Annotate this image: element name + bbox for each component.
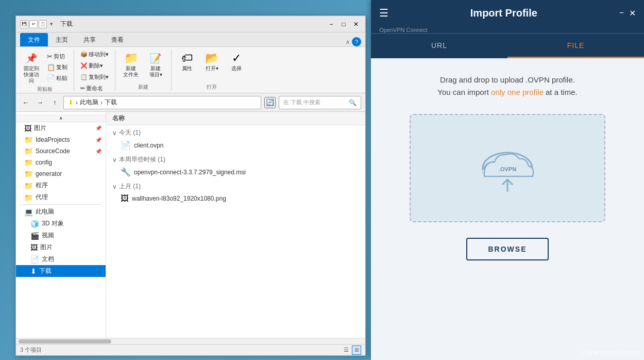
pictures-icon: 🖼	[30, 243, 38, 252]
openvpn-title: Import Profile	[388, 7, 619, 19]
section-today[interactable]: ∨ 今天 (1)	[106, 125, 365, 138]
search-bar[interactable]: 在 下载 中搜索 🔍	[279, 96, 361, 109]
pin-to-quick-access[interactable]: 📌 固定到快速访问	[20, 50, 43, 86]
tab-url[interactable]: URL	[371, 34, 507, 58]
docs-label: 文档	[42, 255, 54, 264]
close-button[interactable]: ✕	[351, 19, 361, 29]
downloads-icon: ⬇	[30, 267, 37, 275]
paste-button[interactable]: 📄 粘贴	[45, 73, 70, 83]
downloads-label: 下载	[39, 267, 52, 275]
rename-button[interactable]: ✏ 重命名	[78, 84, 111, 93]
sidebar-item-videos[interactable]: 🎬 视频	[16, 230, 106, 241]
new-item-button[interactable]: 📝 新建项目▾	[144, 50, 167, 79]
forward-button[interactable]: →	[35, 97, 46, 108]
file-drop-zone[interactable]: .OVPN	[410, 114, 605, 222]
section-this-week[interactable]: ∨ 本周早些时候 (1)	[106, 152, 365, 165]
lastmonth-label: 上月 (1)	[119, 182, 141, 191]
new-item-icon: 📝	[148, 51, 163, 66]
generator-label: generator	[36, 170, 62, 177]
description-part1: You can import	[437, 88, 491, 96]
scrollbar-thumb[interactable]	[19, 339, 111, 343]
scroll-up[interactable]: ∧	[16, 114, 106, 122]
delete-label: 删除▾	[89, 62, 103, 70]
rename-label: 重命名	[86, 85, 103, 92]
sidebar-item-config[interactable]: 📁 config	[16, 157, 106, 168]
pictures-label: 图片	[40, 243, 53, 252]
copyto-icon: 📋	[80, 74, 88, 80]
thispc-icon: 💻	[24, 208, 33, 216]
back-button[interactable]: ←	[20, 97, 31, 108]
openvpn-content: Drag and drop to upload .OVPN profile. Y…	[371, 58, 644, 360]
ovpn-file-icon: 📄	[121, 140, 131, 150]
horizontal-scrollbar[interactable]	[16, 338, 365, 344]
msi-filename: openvpn-connect-3.3.7.2979_signed.msi	[134, 169, 359, 176]
proxy-icon: 📁	[24, 193, 33, 202]
copy-icon: 📋	[47, 63, 55, 71]
msi-file-icon: 🔧	[121, 167, 131, 177]
openvpn-minimize-button[interactable]: −	[619, 8, 624, 18]
hamburger-menu-icon[interactable]: ☰	[379, 7, 388, 19]
help-button[interactable]: ?	[352, 37, 361, 46]
new-folder-button[interactable]: 📁 新建文件夹	[120, 50, 142, 79]
config-label: config	[36, 159, 52, 166]
move-to-button[interactable]: 📦 移动到▾	[78, 50, 111, 59]
save-button[interactable]: 💾	[20, 20, 28, 28]
tab-file[interactable]: 文件	[20, 33, 48, 46]
up-button[interactable]: ↑	[49, 97, 60, 108]
delete-button[interactable]: ❌ 删除▾	[78, 61, 111, 71]
address-bar[interactable]: ⬇ › 此电脑 › 下载	[63, 96, 261, 109]
browse-button[interactable]: BROWSE	[466, 238, 549, 260]
sidebar-item-3dobjects[interactable]: 🧊 3D 对象	[16, 218, 106, 230]
tab-share[interactable]: 共享	[76, 33, 104, 46]
file-row-client-ovpn[interactable]: 📄 client.ovpn	[106, 138, 365, 152]
sidebar-item-ideaprojects[interactable]: 📁 IdeaProjects 📌	[16, 134, 106, 145]
tab-home[interactable]: 主页	[48, 33, 76, 46]
title-dropdown[interactable]: ▾	[50, 21, 53, 27]
title-bar-left: 💾 ↩ 📋 ▾ 下载	[20, 20, 73, 28]
sidebar-item-proxy[interactable]: 📁 代理	[16, 191, 106, 203]
open-label: 打开▾	[206, 66, 218, 72]
sidebar-item-sourcecode[interactable]: 📁 SourceCode 📌	[16, 145, 106, 157]
file-row-openvpn-msi[interactable]: 🔧 openvpn-connect-3.3.7.2979_signed.msi	[106, 165, 365, 179]
refresh-button[interactable]: 🔄	[264, 97, 276, 108]
today-label: 今天 (1)	[119, 128, 141, 137]
sidebar-item-docs[interactable]: 📄 文档	[16, 253, 106, 265]
select-label: 选择	[231, 66, 242, 72]
description-line1: Drag and drop to upload .OVPN profile.	[440, 75, 575, 84]
properties-label: 属性	[182, 66, 192, 72]
openvpn-close-button[interactable]: ✕	[629, 8, 636, 18]
properties-button[interactable]: 🏷 属性	[176, 50, 198, 73]
section-last-month[interactable]: ∨ 上月 (1)	[106, 179, 365, 192]
openvpn-tabs: URL FILE	[371, 34, 644, 58]
sidebar-item-programs[interactable]: 📁 程序	[16, 179, 106, 191]
sidebar-item-thispc[interactable]: 💻 此电脑	[16, 206, 106, 218]
file-list: 名称 ∨ 今天 (1) 📄 client.ovpn ∨ 本周早些时候 (1) 🔧…	[106, 112, 365, 338]
path-separator1: ›	[76, 99, 78, 106]
copy-label: 复制	[56, 63, 67, 71]
list-view-button[interactable]: ☰	[342, 346, 351, 355]
open-items: 🏷 属性 📂 打开▾ ✓ 选择	[176, 50, 248, 73]
svg-text:.OVPN: .OVPN	[499, 166, 516, 172]
sidebar-item-pictures[interactable]: 🖼 图片	[16, 241, 106, 253]
properties-button[interactable]: 📋	[39, 20, 47, 28]
cut-button[interactable]: ✂ 剪切	[45, 52, 70, 61]
pin-icon: 📌	[24, 51, 39, 66]
tab-file[interactable]: FILE	[507, 34, 644, 58]
sidebar-item-generator[interactable]: 📁 generator	[16, 168, 106, 179]
clipboard-group: 📌 固定到快速访问 ✂ 剪切 📋 复制 📄 粘贴	[20, 50, 74, 91]
open-button[interactable]: 📂 打开▾	[200, 50, 223, 73]
copy-to-button[interactable]: 📋 复制到▾	[78, 72, 111, 82]
ribbon-collapse[interactable]: ∧	[346, 39, 350, 45]
sidebar-item-pictures-pinned[interactable]: 🖼 图片 📌	[16, 122, 106, 134]
select-button[interactable]: ✓ 选择	[225, 50, 248, 73]
folder-icon-addr: ⬇	[68, 99, 74, 106]
copy-button[interactable]: 📋 复制	[45, 62, 70, 72]
tab-view[interactable]: 查看	[104, 33, 131, 46]
file-row-wallhaven-png[interactable]: 🖼 wallhaven-l83o92_1920x1080.png	[106, 192, 365, 205]
minimize-button[interactable]: −	[326, 19, 336, 29]
sidebar-item-downloads[interactable]: ⬇ 下载	[16, 265, 106, 277]
undo-button[interactable]: ↩	[29, 20, 38, 28]
paste-icon: 📄	[47, 74, 55, 82]
maximize-button[interactable]: □	[338, 19, 349, 29]
detail-view-button[interactable]: ⊞	[352, 346, 361, 355]
